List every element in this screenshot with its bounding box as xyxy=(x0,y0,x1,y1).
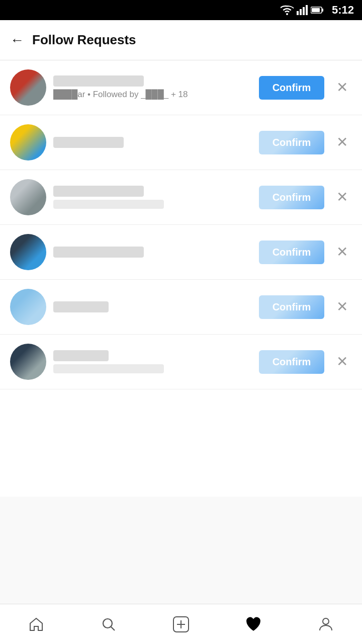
user-info xyxy=(53,186,252,209)
status-icons xyxy=(281,5,324,15)
nav-add[interactable] xyxy=(161,609,201,639)
status-bar: 5:12 xyxy=(0,0,362,20)
search-icon xyxy=(101,616,117,632)
battery-icon xyxy=(311,6,324,14)
request-actions: Confirm ✕ xyxy=(259,186,352,209)
confirm-button[interactable]: Confirm xyxy=(259,240,324,264)
username-placeholder xyxy=(53,247,144,258)
request-item: Confirm ✕ xyxy=(0,280,362,335)
dismiss-button[interactable]: ✕ xyxy=(332,133,352,151)
svg-rect-0 xyxy=(297,11,299,15)
signal-icon xyxy=(297,5,308,15)
dismiss-button[interactable]: ✕ xyxy=(332,298,352,316)
follow-request-list: ████ar • Followed by _███_ + 18 Confirm … xyxy=(0,60,362,497)
request-item: Confirm ✕ xyxy=(0,225,362,280)
nav-activity[interactable] xyxy=(233,609,274,639)
svg-rect-5 xyxy=(322,9,323,12)
back-button[interactable]: ← xyxy=(10,32,24,48)
add-icon xyxy=(172,616,190,633)
nav-home[interactable] xyxy=(16,609,56,639)
status-time: 5:12 xyxy=(332,4,354,17)
svg-point-12 xyxy=(323,618,329,624)
svg-rect-1 xyxy=(300,9,302,15)
home-icon xyxy=(28,616,44,632)
user-info xyxy=(53,247,252,258)
request-item: Confirm ✕ xyxy=(0,335,362,389)
request-item: Confirm ✕ xyxy=(0,170,362,225)
svg-rect-6 xyxy=(312,8,320,12)
user-info xyxy=(53,350,252,373)
request-actions: Confirm ✕ xyxy=(259,350,352,374)
svg-rect-3 xyxy=(306,5,308,15)
request-item: Confirm ✕ xyxy=(0,115,362,170)
svg-line-8 xyxy=(111,627,115,630)
request-item: ████ar • Followed by _███_ + 18 Confirm … xyxy=(0,60,362,115)
confirm-button[interactable]: Confirm xyxy=(259,131,324,154)
dismiss-button[interactable]: ✕ xyxy=(332,353,352,371)
svg-rect-2 xyxy=(303,7,305,15)
request-actions: Confirm ✕ xyxy=(259,295,352,319)
avatar[interactable] xyxy=(10,179,46,215)
confirm-button[interactable]: Confirm xyxy=(259,295,324,319)
confirm-button[interactable]: Confirm xyxy=(259,350,324,374)
request-actions: Confirm ✕ xyxy=(259,131,352,154)
username-placeholder xyxy=(53,75,144,87)
nav-search[interactable] xyxy=(88,609,129,639)
page-title: Follow Requests xyxy=(32,32,136,48)
username-placeholder xyxy=(53,301,109,312)
sub-placeholder xyxy=(53,200,164,209)
username-placeholder xyxy=(53,137,124,148)
user-info xyxy=(53,137,252,148)
avatar[interactable] xyxy=(10,234,46,270)
avatar[interactable] xyxy=(10,124,46,160)
profile-icon xyxy=(318,616,334,632)
dismiss-button[interactable]: ✕ xyxy=(332,78,352,97)
dismiss-button[interactable]: ✕ xyxy=(332,243,352,261)
bottom-navigation xyxy=(0,604,362,644)
avatar[interactable] xyxy=(10,344,46,380)
nav-profile[interactable] xyxy=(306,609,346,639)
page-header: ← Follow Requests xyxy=(0,20,362,60)
user-info: ████ar • Followed by _███_ + 18 xyxy=(53,75,252,100)
avatar[interactable] xyxy=(10,289,46,325)
avatar[interactable] xyxy=(10,69,46,106)
content-spacer xyxy=(0,497,362,604)
user-meta: ████ar • Followed by _███_ + 18 xyxy=(53,90,252,100)
username-placeholder xyxy=(53,186,144,197)
dismiss-button[interactable]: ✕ xyxy=(332,188,352,206)
wifi-icon xyxy=(281,5,294,15)
confirm-button[interactable]: Confirm xyxy=(259,76,324,100)
username-placeholder xyxy=(53,350,109,361)
request-actions: Confirm ✕ xyxy=(259,76,352,100)
sub-placeholder xyxy=(53,364,164,373)
svg-point-7 xyxy=(103,619,112,628)
user-info xyxy=(53,301,252,312)
confirm-button[interactable]: Confirm xyxy=(259,186,324,209)
heart-icon xyxy=(245,616,262,633)
request-actions: Confirm ✕ xyxy=(259,240,352,264)
